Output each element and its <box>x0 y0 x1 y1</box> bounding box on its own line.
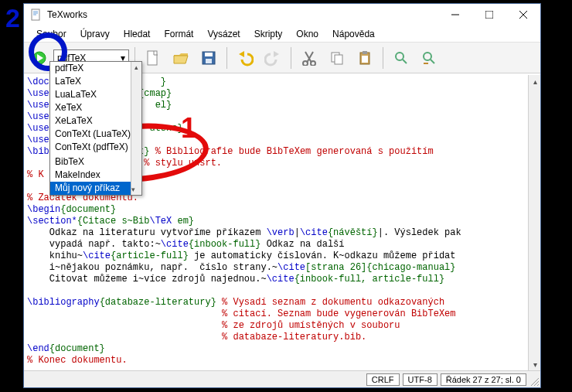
app-window: TeXworks Soubor Úpravy Hledat Formát Vys… <box>23 3 541 388</box>
replace-icon <box>421 50 437 66</box>
dropdown-item-selected[interactable]: Můj nový příkaz <box>50 182 141 195</box>
status-lineending[interactable]: CRLF <box>366 373 400 386</box>
save-icon <box>200 49 217 66</box>
app-icon <box>30 9 43 21</box>
code-token: \verb <box>267 227 295 238</box>
open-button[interactable] <box>169 46 193 70</box>
code-token: \cite <box>300 227 328 238</box>
svg-rect-1 <box>485 11 493 19</box>
status-encoding[interactable]: UTF-8 <box>403 373 438 386</box>
maximize-button[interactable] <box>472 4 506 26</box>
code-text: Odkaz na literaturu vytvoříme příkazem <box>27 227 267 238</box>
svg-rect-13 <box>335 55 342 64</box>
typeset-engine-dropdown[interactable]: pdfTeX LaTeX LuaLaTeX XeTeX XeLaTeX ConT… <box>49 61 142 196</box>
code-token: el} <box>155 100 172 111</box>
code-comment: % ze zdrojů umístěných v souboru <box>222 320 400 331</box>
find-icon <box>393 50 409 66</box>
undo-button[interactable] <box>233 46 257 70</box>
code-token: \bibliography <box>27 297 100 308</box>
status-cursor-pos: Řádek 27 z 27; sl. 0 <box>441 373 526 386</box>
code-token: \cite <box>267 274 295 285</box>
replace-button[interactable] <box>417 46 441 70</box>
code-token: \use <box>27 123 49 134</box>
titlebar: TeXworks <box>24 4 540 26</box>
code-token: {databaze-literatury} <box>100 297 216 308</box>
toolbar-separator <box>291 47 291 69</box>
dropdown-item[interactable]: ConTeXt (LuaTeX) <box>50 128 141 141</box>
save-button[interactable] <box>196 46 221 70</box>
typeset-run-button[interactable] <box>29 47 50 69</box>
dropdown-item[interactable]: XeTeX <box>50 101 141 114</box>
code-text: Citovat můžeme i~více zdrojů najednou.~ <box>27 274 267 285</box>
redo-button[interactable] <box>260 46 285 70</box>
code-token: {návěští} <box>328 227 378 238</box>
new-file-icon <box>145 49 162 66</box>
resize-grip-icon[interactable] <box>529 377 539 386</box>
cut-button[interactable] <box>297 46 322 70</box>
menu-upravy[interactable]: Úpravy <box>74 27 116 41</box>
new-file-button[interactable] <box>141 46 165 70</box>
dropdown-scrollbar[interactable]: ▴ ▾ <box>131 62 141 195</box>
code-comment: % Vysadí seznam z dokumentu odkazovaných <box>216 297 444 308</box>
dropdown-item[interactable]: LuaLaTeX <box>50 88 141 101</box>
code-token: \cite <box>83 251 111 261</box>
code-token: {Citace s~Bib <box>77 216 150 227</box>
code-text: i~nějakou poznámku, např. číslo strany.~ <box>27 262 277 273</box>
scroll-down-icon[interactable]: ▾ <box>529 358 541 370</box>
vertical-scrollbar[interactable]: ▴ ▾ <box>528 75 540 370</box>
dropdown-item[interactable]: ConTeXt (pdfTeX) <box>50 141 141 154</box>
window-title: TeXworks <box>47 9 438 20</box>
menu-skripty[interactable]: Skripty <box>248 27 289 41</box>
menu-napoveda[interactable]: Nápověda <box>326 27 381 41</box>
cut-icon <box>301 50 317 66</box>
menu-format[interactable]: Formát <box>158 27 199 41</box>
paste-button[interactable] <box>352 46 377 70</box>
paste-icon <box>357 50 373 66</box>
find-button[interactable] <box>389 46 414 70</box>
svg-point-17 <box>396 53 403 60</box>
scroll-down-icon[interactable]: ▾ <box>131 184 135 195</box>
code-token: \end <box>27 343 49 354</box>
code-comment: % databaze-literatury.bib. <box>222 332 366 343</box>
statusbar: CRLF UTF-8 Řádek 27 z 27; sl. 0 <box>24 370 540 387</box>
code-token: \TeX <box>149 216 172 227</box>
code-token: \section* <box>27 216 77 227</box>
menu-vysazet[interactable]: Vysázet <box>201 27 246 41</box>
code-text: je automaticky číslován. K~odkazu můžeme… <box>189 251 456 261</box>
code-comment: % Bibliografie bude BibTeXem generovaná … <box>155 146 434 157</box>
dropdown-item[interactable]: LaTeX <box>50 75 141 88</box>
code-token: {inbook-full, article-full} <box>295 274 444 285</box>
menu-soubor[interactable]: Soubor <box>30 27 73 41</box>
dropdown-item[interactable]: XeLaTeX <box>50 114 141 128</box>
open-folder-icon <box>172 49 189 66</box>
undo-icon <box>237 49 254 66</box>
toolbar-separator <box>226 47 227 69</box>
menu-hledat[interactable]: Hledat <box>117 27 157 41</box>
code-token: \cite <box>277 262 305 273</box>
svg-rect-6 <box>205 53 213 56</box>
svg-marker-8 <box>239 51 244 57</box>
close-button[interactable] <box>506 4 540 26</box>
menu-okno[interactable]: Okno <box>290 27 325 41</box>
code-token: {document} <box>60 204 116 215</box>
code-comment: % citací. Seznam bude vygenerován BibTeX… <box>222 308 455 319</box>
code-comment: % Konec dokumentu. <box>27 355 128 366</box>
code-token: {document} <box>49 343 105 354</box>
svg-point-10 <box>303 61 308 66</box>
code-text: |. Výsledek pak <box>378 227 461 238</box>
code-token: {inbook-full} <box>189 239 261 250</box>
annotation-number-2: 2 <box>5 3 20 33</box>
minimize-button[interactable] <box>438 4 472 26</box>
code-token: } <box>161 77 166 87</box>
redo-icon <box>264 49 281 66</box>
dropdown-item[interactable]: MakeIndex <box>50 169 141 182</box>
svg-point-11 <box>311 61 315 66</box>
scroll-up-icon[interactable]: ▴ <box>131 62 141 73</box>
copy-button[interactable] <box>325 46 349 70</box>
code-token: utenc} <box>149 123 182 134</box>
svg-rect-15 <box>363 51 367 54</box>
code-token: {article-full} <box>111 251 189 261</box>
dropdown-item[interactable]: pdfTeX <box>50 62 141 75</box>
scroll-up-icon[interactable]: ▴ <box>529 75 541 87</box>
dropdown-item[interactable]: BibTeX <box>50 155 141 169</box>
